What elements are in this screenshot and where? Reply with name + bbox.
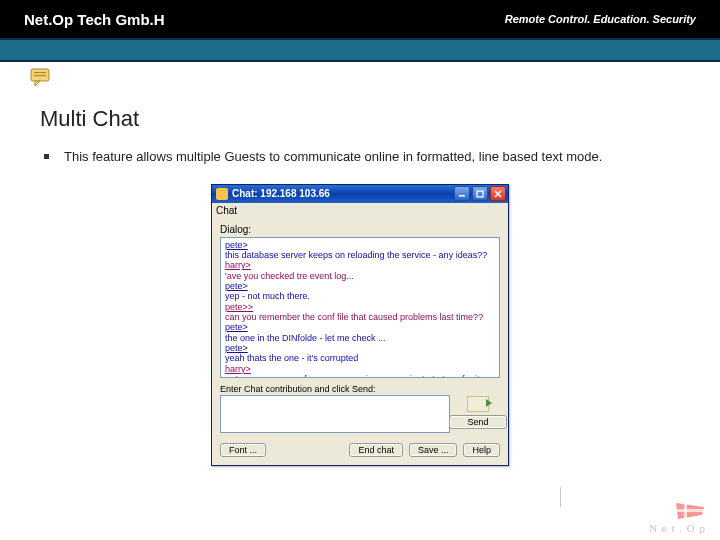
accent-bar [0,38,720,62]
chat-icon [30,68,720,88]
chat-author: harry> [225,260,495,270]
chat-author: pete> [225,240,495,250]
bullet-list: This feature allows multiple Guests to c… [0,148,720,166]
window-title: Chat: 192.168 103.66 [232,188,452,199]
chat-window: Chat: 192.168 103.66 Chat Dialog: pete>t… [211,184,509,466]
chat-log[interactable]: pete>this database server keeps on reloa… [220,237,500,378]
flag-icon [674,501,706,521]
footer: N e t . O p [649,501,706,534]
bullet-item: This feature allows multiple Guests to c… [40,148,680,166]
chat-message: yeah thats the one - it's corrupted [225,353,495,363]
app-icon [216,188,228,200]
svg-rect-2 [34,75,46,76]
help-button[interactable]: Help [463,443,500,457]
minimize-button[interactable] [454,186,470,201]
chat-message: the one in the DINfolde - let me check .… [225,333,495,343]
svg-rect-7 [676,509,704,512]
svg-rect-4 [477,191,483,197]
chat-author: pete> [225,322,495,332]
menu-chat[interactable]: Chat [216,205,237,216]
company-name: Net.Op Tech Gmb.H [24,11,165,28]
dialog-label: Dialog: [220,224,500,235]
menu-bar: Chat [212,203,508,218]
svg-rect-1 [34,72,46,73]
chat-message: yep - not much there. [225,291,495,301]
contribution-input[interactable] [220,395,450,433]
chat-message: got a copy on one of my servers - give m… [225,374,495,378]
endchat-button[interactable]: End chat [349,443,403,457]
chat-message: this database server keeps on reloading … [225,250,495,260]
chat-message: can you remember the conf file that caus… [225,312,495,322]
chat-author: pete> [225,343,495,353]
page-title: Multi Chat [0,96,720,136]
header-bar: Net.Op Tech Gmb.H Remote Control. Educat… [0,0,720,38]
chat-author: harry> [225,364,495,374]
contribution-label: Enter Chat contribution and click Send: [220,384,450,394]
footer-brand: N e t . O p [649,522,706,534]
save-button[interactable]: Save ... [409,443,458,457]
window-titlebar[interactable]: Chat: 192.168 103.66 [212,185,508,203]
chat-message: 'ave you checked tre event log... [225,271,495,281]
maximize-button[interactable] [472,186,488,201]
chat-author: pete> [225,281,495,291]
close-button[interactable] [490,186,506,201]
icon-row [0,62,720,96]
font-button[interactable]: Font ... [220,443,266,457]
svg-rect-3 [459,195,465,197]
footer-divider [560,487,561,507]
send-button[interactable]: Send [449,415,507,429]
chat-author: pete>> [225,302,495,312]
send-icon [467,396,489,412]
header-tagline: Remote Control. Education. Security [505,13,696,25]
